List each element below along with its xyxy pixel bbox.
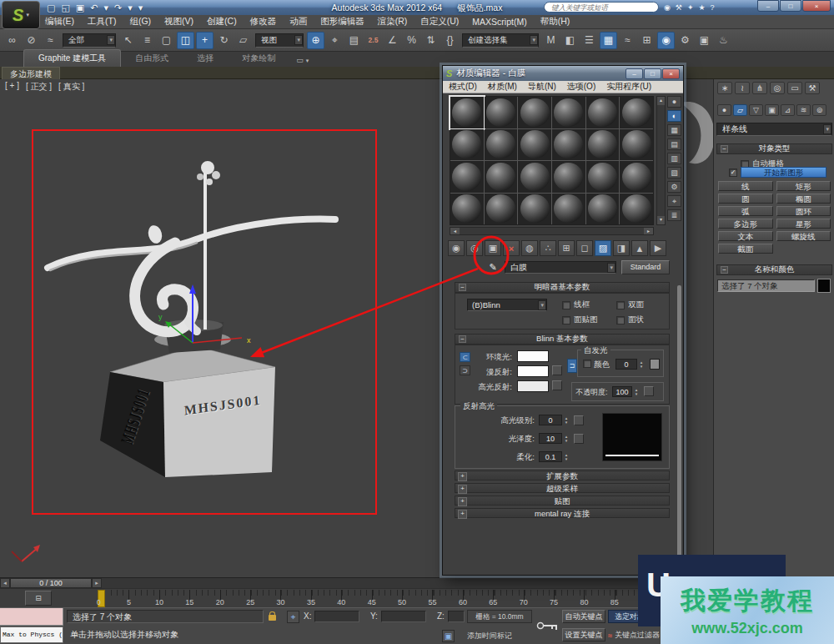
menu-item-10[interactable]: 自定义(U)	[420, 16, 459, 28]
mini-curve-editor-button[interactable]: ⊟	[25, 591, 52, 606]
collapsed-rollout-2[interactable]: 超级采样	[455, 483, 670, 493]
sample-slot-24[interactable]	[620, 194, 653, 225]
object-type-rollout-header[interactable]: −对象类型	[716, 143, 832, 154]
dialog-menu-item-3[interactable]: 导航(N)	[528, 81, 556, 93]
collapsed-rollout-3[interactable]: 贴图	[455, 496, 670, 506]
next-frame-icon[interactable]: ▸	[92, 578, 102, 588]
background-icon[interactable]: ▦	[667, 124, 681, 136]
select-and-move-icon[interactable]: +	[196, 32, 214, 49]
menu-item-3[interactable]: 组(G)	[129, 16, 151, 28]
select-by-name-icon[interactable]: ≡	[138, 32, 156, 49]
utilities-tab-icon[interactable]: ⚒	[805, 82, 820, 94]
rendered-frame-icon[interactable]: ▣	[696, 32, 713, 49]
opacity-field[interactable]: 100	[612, 386, 632, 397]
hierarchy-tab-icon[interactable]: ⋔	[752, 82, 767, 94]
shape-button-11[interactable]: 截面	[718, 244, 773, 254]
sample-slot-1[interactable]	[450, 97, 484, 128]
sample-slot-12[interactable]	[620, 129, 653, 161]
start-new-shape-checkbox[interactable]: ✓	[729, 169, 737, 177]
use-pivot-point-center-icon[interactable]: ⊕	[307, 32, 324, 49]
snap-toggle-icon[interactable]: 2.5	[364, 32, 382, 49]
ribbon-minimize-icon[interactable]: ▭▾	[296, 56, 309, 67]
z-coordinate-field[interactable]	[448, 611, 465, 622]
sample-slot-13[interactable]	[450, 161, 484, 193]
select-by-material-icon[interactable]: ⌖	[667, 195, 681, 207]
tab-graphite-modeling[interactable]: Graphite 建模工具	[23, 49, 121, 67]
systems-icon[interactable]: ⊚	[812, 104, 826, 116]
spinner-icon[interactable]	[563, 451, 570, 462]
select-and-rotate-icon[interactable]: ↻	[215, 32, 233, 49]
specular-color-swatch[interactable]	[517, 380, 549, 392]
slots-vertical-scrollbar[interactable]: ▴ ▾	[656, 96, 666, 225]
dialog-maximize-button[interactable]: □	[644, 68, 661, 79]
material-type-button[interactable]: Standard	[621, 260, 670, 274]
sample-slot-4[interactable]	[552, 97, 585, 128]
collapsed-rollout-4[interactable]: mental ray 连接	[455, 508, 670, 518]
sample-slot-19[interactable]	[450, 194, 484, 225]
dialog-close-button[interactable]: ×	[662, 68, 680, 79]
motion-tab-icon[interactable]: ◎	[770, 82, 785, 94]
shape-category-dropdown[interactable]: 样条线▾	[716, 123, 832, 136]
menu-item-9[interactable]: 渲染(R)	[378, 16, 408, 28]
glossiness-map-button[interactable]	[574, 434, 584, 444]
slots-horizontal-scrollbar[interactable]: ◂ ▸	[450, 227, 654, 235]
sample-slot-7[interactable]	[450, 129, 484, 161]
communication-icon[interactable]: ✦	[687, 3, 694, 12]
application-menu-button[interactable]: S ▾	[2, 1, 40, 29]
sample-slot-6[interactable]	[620, 97, 653, 128]
select-and-scale-icon[interactable]: ▱	[234, 32, 252, 49]
search-input[interactable]	[544, 2, 659, 13]
time-slider-handle[interactable]: 0 / 100	[10, 578, 92, 588]
menu-item-2[interactable]: 工具(T)	[88, 16, 116, 28]
geometry-icon[interactable]: ●	[717, 104, 731, 116]
settings-icon[interactable]: ⚒	[676, 3, 682, 12]
maxscript-listener-button[interactable]: Max to Physcs (	[0, 626, 63, 643]
sample-slot-20[interactable]	[485, 194, 518, 225]
shape-button-1[interactable]: 线	[718, 181, 773, 191]
object-name-field[interactable]: 选择了 7 个对象	[717, 279, 815, 292]
y-coordinate-field[interactable]	[381, 611, 426, 622]
maximize-button[interactable]: □	[780, 0, 801, 12]
collapsed-rollout-1[interactable]: 扩展参数	[455, 470, 670, 480]
bind-to-space-warp-icon[interactable]: ≈	[42, 32, 59, 49]
viewport-menu-general[interactable]: [ + ]	[5, 81, 19, 93]
spinner-icon[interactable]	[563, 433, 570, 444]
sample-slot-15[interactable]	[518, 161, 551, 193]
dialog-title-bar[interactable]: S 材质编辑器 - 白膜 – □ ×	[443, 66, 683, 81]
sample-type-icon[interactable]: ●	[667, 96, 681, 108]
shape-button-4[interactable]: 椭圆	[776, 194, 831, 204]
select-and-manipulate-icon[interactable]: ⌖	[326, 32, 344, 49]
menu-item-5[interactable]: 创建(C)	[207, 16, 237, 28]
wire-checkbox[interactable]	[562, 301, 570, 309]
named-selection-sets-dropdown[interactable]: 创建选择集▾	[462, 33, 539, 48]
viewport-menu-pov[interactable]: [ 正交 ]	[26, 81, 52, 93]
dialog-menu-item-4[interactable]: 选项(O)	[567, 81, 595, 93]
sample-slot-8[interactable]	[485, 129, 518, 161]
object-color-swatch[interactable]	[817, 279, 831, 293]
name-color-rollout-header[interactable]: −名称和颜色	[716, 264, 832, 275]
rectangular-selection-icon[interactable]: ▢	[158, 32, 175, 49]
video-color-check-icon[interactable]: ▥	[667, 153, 681, 164]
dialog-minimize-button[interactable]: –	[626, 68, 643, 79]
sample-color-pick-icon[interactable]: ✎	[486, 261, 500, 274]
dialog-menu-item-2[interactable]: 材质(M)	[488, 81, 517, 93]
sample-slot-21[interactable]	[518, 194, 551, 225]
render-setup-icon[interactable]: ⚙	[676, 32, 694, 49]
spinner-snap-icon[interactable]: ⇅	[422, 32, 440, 49]
selfillum-color-swatch[interactable]	[650, 359, 660, 370]
x-coordinate-field[interactable]	[314, 611, 359, 622]
modify-tab-icon[interactable]: ≀	[735, 82, 750, 94]
blinn-basic-params-rollout[interactable]: −Blinn 基本参数	[455, 334, 670, 345]
shape-button-10[interactable]: 螺旋线	[776, 231, 831, 241]
reference-coordinate-dropdown[interactable]: 视图▾	[255, 33, 304, 48]
select-and-link-icon[interactable]: ∞	[3, 32, 21, 49]
two-sided-checkbox[interactable]	[616, 301, 625, 309]
sample-slot-14[interactable]	[485, 161, 518, 193]
spinner-icon[interactable]	[633, 386, 640, 397]
material-map-navigator-icon[interactable]: ≣	[667, 209, 681, 221]
menu-item-4[interactable]: 视图(V)	[164, 16, 193, 28]
select-object-icon[interactable]: ↖	[119, 32, 137, 49]
selfillum-value-field[interactable]: 0	[615, 359, 637, 370]
go-forward-to-sibling-icon[interactable]: ▶	[650, 240, 666, 256]
sample-slot-3[interactable]	[518, 97, 551, 128]
